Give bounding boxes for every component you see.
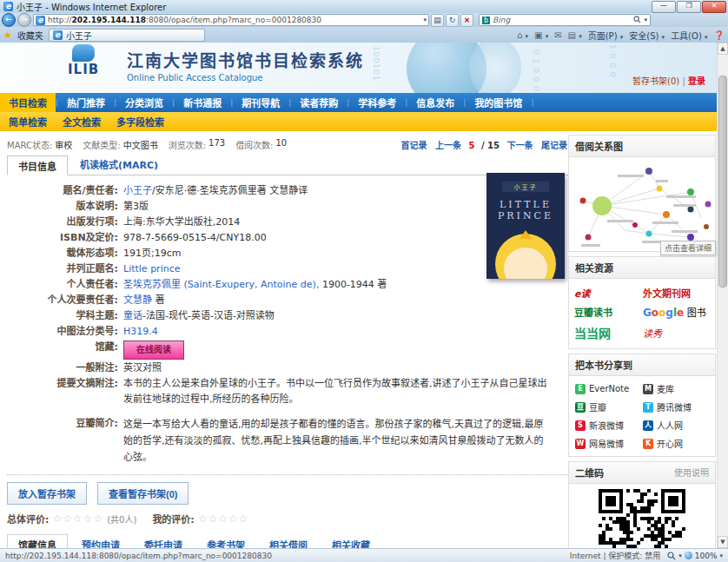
resource-link-4[interactable]: 当当网: [574, 324, 641, 341]
last-record-link[interactable]: 尾记录: [541, 141, 567, 150]
field-link[interactable]: Little prince: [123, 263, 180, 274]
resource-link-3[interactable]: Google 图书: [643, 305, 710, 319]
nav-tab-4[interactable]: 期刊导航: [233, 93, 288, 112]
cover-prince-face: [495, 234, 556, 279]
graph-tooltip[interactable]: 点击查看详细: [660, 241, 716, 255]
next-record-link[interactable]: 下一条: [507, 141, 533, 150]
browser-tab[interactable]: e 小王子: [49, 29, 205, 42]
url-input[interactable]: e http://202.195.144.118:8080/opac/item.…: [33, 14, 429, 26]
close-button[interactable]: ✕: [702, 1, 726, 13]
vertical-scrollbar[interactable]: ▲ ▼: [717, 43, 728, 548]
share-link-0[interactable]: EEverNote: [575, 382, 641, 395]
field-link[interactable]: 小王子: [123, 185, 152, 196]
first-record-link[interactable]: 首记录: [401, 141, 427, 150]
favorites-icon[interactable]: ★: [3, 30, 12, 41]
nav-tab-7[interactable]: 信息发布: [407, 93, 463, 112]
resource-link-2[interactable]: 豆瓣读书: [574, 305, 641, 319]
share-link-2[interactable]: 豆豆瓣: [575, 400, 641, 413]
tab-bib-info[interactable]: 书目信息: [7, 155, 68, 175]
url-dropdown-icon[interactable]: ▾: [423, 17, 427, 23]
share-link-5[interactable]: 人人人网: [643, 419, 709, 432]
field-value: 本书的主人公是来自外星球的小王子。书中以一位飞行员作为故事叙述者,讲述了小王子从…: [123, 376, 549, 407]
search-icon[interactable]: [633, 16, 641, 25]
meta-label: MARC状态:: [7, 138, 52, 151]
qr-title: 二维码: [575, 466, 604, 479]
share-text: 豆瓣: [589, 400, 606, 413]
share-link-3[interactable]: T腾讯微博: [643, 400, 709, 413]
google-letter: g: [665, 307, 673, 319]
subnav-item-1[interactable]: 全文检索: [63, 115, 101, 129]
share-link-1[interactable]: M麦库: [643, 382, 709, 395]
share-link-4[interactable]: S新浪微博: [575, 419, 641, 432]
stop-button[interactable]: ×: [460, 14, 473, 27]
view-shelf-button[interactable]: 查看暂存书架(0): [97, 482, 189, 505]
field-link[interactable]: H319.4: [123, 326, 158, 337]
back-button[interactable]: ←: [2, 13, 16, 27]
search-input[interactable]: b Bing ▾: [479, 14, 651, 26]
overall-rating-stars[interactable]: ☆☆☆☆☆: [52, 512, 103, 525]
resource-text: 当当网: [574, 327, 611, 341]
rating-count: (共0人): [107, 512, 136, 526]
nav-tab-2[interactable]: 分类浏览: [116, 93, 172, 112]
resource-link-5[interactable]: 读秀: [643, 326, 710, 340]
field-link[interactable]: 文慧静: [123, 294, 152, 306]
subnav-item-2[interactable]: 多字段检索: [116, 115, 164, 129]
bookshelf-link[interactable]: 暂存书架(0): [632, 76, 679, 86]
feeds-icon[interactable]: ▣ ▾: [534, 30, 548, 40]
resource-link-1[interactable]: 外文期刊网: [643, 286, 710, 300]
scroll-down-arrow[interactable]: ▼: [718, 536, 728, 548]
field-value: 文慧静 著: [123, 293, 549, 308]
my-rating-stars[interactable]: ☆☆☆☆☆: [198, 512, 249, 525]
divider-dotted: [7, 474, 570, 475]
tab-marc-format[interactable]: 机读格式(MARC): [80, 157, 158, 175]
nav-tab-1[interactable]: 热门推荐: [58, 93, 114, 112]
login-link[interactable]: 登录: [688, 76, 705, 86]
compatibility-view-button[interactable]: ▤: [431, 14, 444, 27]
field-link[interactable]: 童话: [123, 310, 142, 321]
resource-link-0[interactable]: e读: [574, 286, 641, 300]
search-dropdown-icon[interactable]: ▾: [644, 17, 647, 23]
book-cover[interactable]: 小王子 LITTLEPRINCE: [486, 173, 565, 279]
home-icon[interactable]: ⌂ ▾: [517, 30, 528, 40]
field-value: 上海:东华大学出版社,2014: [123, 215, 549, 230]
prev-record-link[interactable]: 上一条: [435, 141, 461, 150]
field-row: 出版发行项:上海:东华大学出版社,2014: [7, 215, 570, 230]
field-label: 载体形态项:: [7, 246, 123, 261]
scroll-up-arrow[interactable]: ▲: [718, 43, 728, 55]
forward-button[interactable]: →: [17, 13, 31, 27]
tab-icon: e: [53, 30, 63, 40]
site-logo[interactable]: ILIB: [68, 44, 99, 77]
qr-help-link[interactable]: 使用说明: [674, 466, 709, 479]
nav-tab-5[interactable]: 读者荐购: [291, 93, 347, 112]
refresh-button[interactable]: ↻: [446, 14, 459, 27]
page-content: 100101 0 1 0 0 0 1 0 0 0 ILIB 江南大学图书馆书目检…: [0, 43, 728, 548]
mail-icon[interactable]: ✉: [554, 30, 561, 40]
field-label: 提要文摘附注:: [7, 376, 123, 407]
share-link-7[interactable]: K开心网: [643, 437, 709, 450]
favorites-label[interactable]: 收藏夹: [17, 29, 43, 42]
print-icon[interactable]: ▤ ▾: [568, 30, 582, 40]
minimize-button[interactable]: —: [652, 1, 676, 13]
share-link-6[interactable]: W网易微博: [575, 437, 641, 450]
zoom-control[interactable]: ▾ 100% ▾: [667, 552, 723, 560]
scrollbar-thumb[interactable]: [718, 76, 727, 288]
field-value: 这是一本写给大人看的童话,用的却是孩子都看的懂的语言。那份孩子家的稚气,天真过了…: [123, 416, 549, 466]
nav-tab-0[interactable]: 书目检索: [0, 93, 56, 112]
nav-tab-6[interactable]: 学科参考: [349, 93, 405, 112]
field-link[interactable]: 圣埃克苏佩里 (Saint-Exupery, Antoine de),: [123, 279, 319, 290]
page-menu[interactable]: 页面(P) ▾: [588, 29, 624, 42]
field-label: 个人责任者:: [7, 277, 123, 293]
online-read-button[interactable]: 在线阅读: [123, 341, 184, 360]
maximize-button[interactable]: ❐: [677, 1, 701, 13]
field-value: 在线阅读: [123, 340, 549, 360]
share-text: 新浪微博: [589, 419, 624, 432]
subnav-item-0[interactable]: 简单检索: [9, 115, 47, 129]
help-icon[interactable]: ❓: [714, 30, 725, 40]
address-bar: ← → e http://202.195.144.118:8080/opac/i…: [0, 13, 728, 27]
add-to-shelf-button[interactable]: 放入暂存书架: [7, 482, 87, 505]
tools-menu[interactable]: 工具(O) ▾: [671, 29, 707, 42]
nav-tab-3[interactable]: 新书通报: [175, 93, 230, 112]
borrow-graph[interactable]: [569, 157, 715, 251]
safety-menu[interactable]: 安全(S) ▾: [629, 29, 665, 42]
nav-tab-8[interactable]: 我的图书馆: [466, 93, 531, 112]
